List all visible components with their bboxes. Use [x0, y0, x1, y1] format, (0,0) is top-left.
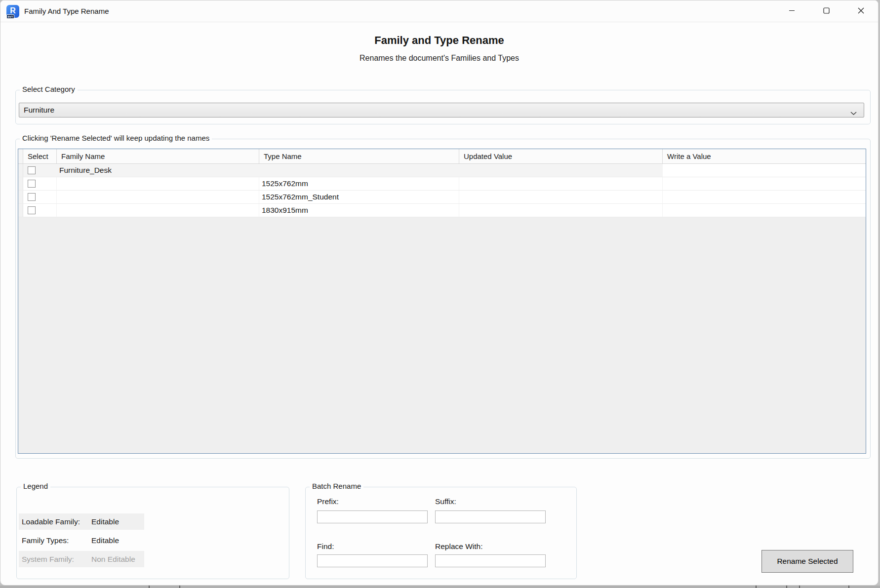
category-groupbox: Select Category Furniture	[15, 90, 871, 124]
row-select-checkbox[interactable]	[28, 206, 36, 214]
table-empty-area	[18, 217, 866, 454]
dialog-window: R RVT Family And Type Rename Family a	[0, 0, 879, 586]
row-header	[18, 204, 23, 217]
minimize-icon	[789, 7, 795, 16]
rename-selected-button[interactable]: Rename Selected	[761, 550, 853, 573]
title-bar[interactable]: R RVT Family And Type Rename	[0, 0, 878, 22]
prefix-input[interactable]	[317, 510, 428, 523]
replace-with-input[interactable]	[435, 554, 546, 567]
row-select-checkbox[interactable]	[28, 180, 36, 188]
column-header-family-name[interactable]: Family Name	[57, 149, 259, 163]
background-divider	[848, 586, 849, 588]
legend-row-family-types: Family Types: Editable	[19, 532, 144, 549]
column-header-type-name[interactable]: Type Name	[259, 149, 459, 163]
category-dropdown[interactable]: Furniture	[19, 103, 864, 118]
replace-with-label: Replace With:	[435, 542, 482, 551]
find-label: Find:	[317, 542, 334, 551]
column-header-select[interactable]: Select	[23, 149, 57, 163]
legend-row-value: Non Editable	[91, 555, 135, 564]
row-header	[18, 164, 23, 177]
updated-value-cell	[459, 177, 663, 190]
updated-value-cell	[459, 204, 663, 217]
legend-row-label: Family Types:	[19, 536, 69, 545]
row-header	[18, 191, 23, 203]
close-button[interactable]	[843, 0, 878, 22]
table-header: Select Family Name Type Name Updated Val…	[18, 149, 866, 164]
window-title: Family And Type Rename	[24, 0, 109, 22]
type-name-cell: 1525x762mm	[259, 177, 459, 190]
page-subtitle: Renames the document's Families and Type…	[0, 54, 878, 63]
legend-row-value: Editable	[91, 517, 119, 526]
legend-row-system-family: System Family: Non Editable	[19, 551, 144, 567]
updated-value-cell	[459, 164, 663, 177]
write-value-cell[interactable]	[663, 164, 866, 177]
select-cell	[23, 164, 57, 177]
background-divider	[786, 586, 787, 588]
background-divider	[179, 586, 180, 588]
select-cell	[23, 191, 57, 203]
prefix-label: Prefix:	[317, 497, 339, 506]
family-name-cell	[57, 177, 259, 190]
batch-rename-groupbox: Batch Rename Prefix: Suffix: Find: Repla…	[305, 487, 577, 579]
select-cell	[23, 204, 57, 217]
column-header-updated-value[interactable]: Updated Value	[459, 149, 663, 163]
background-divider	[149, 586, 150, 588]
batch-group-label: Batch Rename	[310, 482, 363, 490]
legend-row-label: Loadable Family:	[19, 517, 80, 526]
grid-group-label: Clicking 'Rename Selected' will keep upd…	[20, 134, 212, 142]
select-all-corner[interactable]	[18, 149, 23, 163]
legend-group-label: Legend	[21, 482, 50, 490]
chevron-down-icon	[850, 109, 857, 118]
type-name-cell	[259, 164, 459, 177]
type-name-cell: 1830x915mm	[259, 204, 459, 217]
rename-grid-groupbox: Clicking 'Rename Selected' will keep upd…	[15, 139, 871, 459]
close-icon	[858, 7, 864, 16]
suffix-input[interactable]	[435, 510, 546, 523]
revit-icon-badge: RVT	[6, 14, 14, 19]
select-cell	[23, 177, 57, 190]
page-title: Family and Type Rename	[0, 34, 878, 47]
table-row-type[interactable]: 1525x762mm_Student	[18, 191, 866, 204]
updated-value-cell	[459, 191, 663, 203]
find-input[interactable]	[317, 554, 428, 567]
background-divider	[756, 586, 757, 588]
write-value-cell[interactable]	[663, 204, 866, 217]
category-group-label: Select Category	[20, 85, 78, 93]
legend-groupbox: Legend Loadable Family: Editable Family …	[16, 487, 289, 579]
write-value-cell[interactable]	[663, 191, 866, 203]
type-name-cell: 1525x762mm_Student	[259, 191, 459, 203]
window-controls	[774, 0, 878, 22]
suffix-label: Suffix:	[435, 497, 456, 506]
background-strip	[0, 586, 880, 588]
legend-row-value: Editable	[91, 536, 119, 545]
revit-app-icon: R RVT	[6, 5, 19, 18]
legend-row-label: System Family:	[19, 555, 74, 564]
write-value-cell[interactable]	[663, 177, 866, 190]
maximize-button[interactable]	[809, 0, 843, 22]
family-name-cell: Furniture_Desk	[57, 164, 259, 177]
category-selected-value: Furniture	[24, 106, 54, 115]
table-row-type[interactable]: 1525x762mm	[18, 177, 866, 191]
family-name-cell	[57, 191, 259, 203]
legend-row-loadable-family: Loadable Family: Editable	[19, 513, 144, 530]
background-divider	[799, 586, 800, 588]
row-select-checkbox[interactable]	[28, 193, 36, 201]
minimize-button[interactable]	[774, 0, 809, 22]
maximize-icon	[823, 7, 830, 16]
row-select-checkbox[interactable]	[28, 166, 36, 174]
row-header	[18, 177, 23, 190]
table-row-type[interactable]: 1830x915mm	[18, 204, 866, 217]
family-name-cell	[57, 204, 259, 217]
column-header-write-a-value[interactable]: Write a Value	[663, 149, 866, 163]
table-row-family[interactable]: Furniture_Desk	[18, 164, 866, 177]
family-type-table: Select Family Name Type Name Updated Val…	[18, 149, 866, 454]
